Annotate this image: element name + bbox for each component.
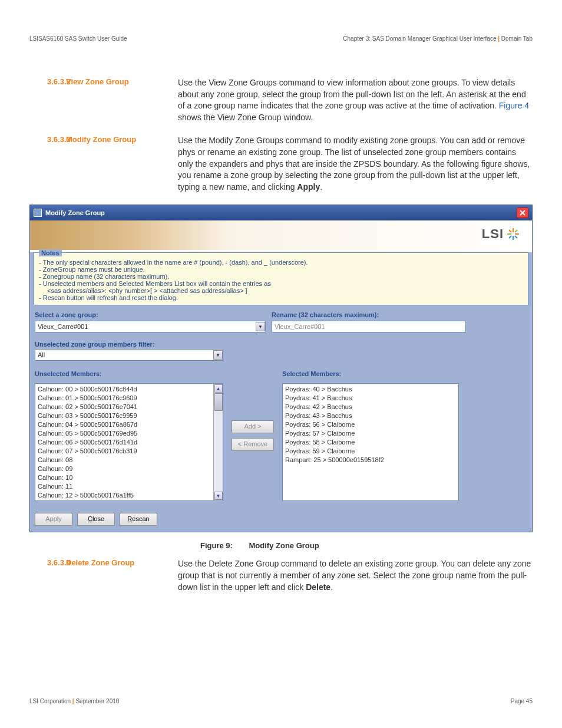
rename-label: Rename (32 characters maximum):	[272, 311, 527, 318]
list-item[interactable]: Calhoun: 12 > 5000c500176a1ff5	[38, 491, 211, 500]
section-number: 3.6.3.3	[29, 135, 66, 193]
note-item: Unselected members and Selected Members …	[39, 280, 523, 287]
list-item[interactable]: Calhoun: 05 > 5000c5001769ed95	[38, 429, 211, 438]
rescan-button[interactable]: Rescan	[120, 513, 157, 526]
section-number: 3.6.3.2	[29, 77, 66, 123]
section-delete-zone-group: 3.6.3.4 Delete Zone Group Use the Delete…	[29, 558, 533, 593]
list-item[interactable]: Calhoun: 00 > 5000c500176c844d	[38, 385, 211, 394]
dialog-title: Modify Zone Group	[45, 209, 105, 216]
svg-line-6	[515, 230, 517, 232]
note-item: The only special characters allowed in t…	[39, 259, 523, 266]
note-item: ZoneGroup names must be unique.	[39, 266, 523, 273]
svg-line-7	[509, 236, 511, 238]
selected-label: Selected Members:	[282, 370, 459, 377]
section-title: View Zone Group	[66, 77, 178, 123]
chevron-down-icon: ▼	[256, 322, 265, 331]
section-body: Use the Delete Zone Group command to del…	[178, 558, 533, 593]
scroll-thumb[interactable]	[214, 393, 223, 411]
header-left: LSISAS6160 SAS Switch User Guide	[29, 35, 127, 42]
dialog-banner: LSI	[30, 220, 532, 250]
list-item[interactable]: Calhoun: 02 > 5000c500176e7041	[38, 403, 211, 411]
list-item[interactable]: Calhoun: 06 > 5000c500176d141d	[38, 438, 211, 447]
list-item[interactable]: Poydras: 40 > Bacchus	[285, 385, 456, 394]
header-right: Chapter 3: SAS Domain Manager Graphical …	[343, 35, 533, 42]
page-footer: LSI Corporation | September 2010 Page 45	[29, 698, 533, 704]
list-item[interactable]: Poydras: 57 > Claiborne	[285, 429, 456, 438]
selected-members-list[interactable]: Poydras: 40 > BacchusPoydras: 41 > Bacch…	[282, 383, 459, 501]
scrollbar[interactable]: ▲ ▼	[213, 384, 223, 500]
app-icon	[34, 209, 42, 217]
svg-line-5	[515, 236, 517, 238]
close-button[interactable]	[517, 207, 528, 218]
section-title: Delete Zone Group	[66, 558, 178, 593]
list-item[interactable]: Calhoun: 11	[38, 482, 211, 491]
list-item[interactable]: Poydras: 42 > Bacchus	[285, 403, 456, 411]
figure-link[interactable]: Figure 4	[499, 101, 529, 110]
dialog-footer-buttons: Apply Close Rescan	[30, 507, 532, 532]
list-item[interactable]: Calhoun: 03 > 5000c500176c9959	[38, 411, 211, 420]
section-body: Use the View Zone Groups command to view…	[178, 77, 533, 123]
zone-group-dropdown[interactable]: Vieux_Carre#001 ▼	[35, 321, 266, 332]
list-item[interactable]: Poydras: 58 > Claiborne	[285, 438, 456, 447]
dialog-titlebar[interactable]: Modify Zone Group	[30, 205, 532, 220]
list-item[interactable]: Poydras: 41 > Bacchus	[285, 394, 456, 403]
add-button[interactable]: Add >	[232, 420, 274, 433]
list-item[interactable]: Rampart: 25 > 500000e0159518f2	[285, 456, 456, 465]
svg-line-4	[509, 230, 511, 232]
chevron-down-icon: ▼	[213, 350, 223, 360]
apply-button[interactable]: Apply	[35, 513, 72, 526]
list-item[interactable]: Poydras: 59 > Claiborne	[285, 447, 456, 456]
list-item[interactable]: Poydras: 43 > Bacchus	[285, 411, 456, 420]
scroll-up-icon[interactable]: ▲	[214, 384, 223, 393]
list-item[interactable]: Calhoun: 04 > 5000c500176a867d	[38, 420, 211, 429]
close-dialog-button[interactable]: Close	[77, 513, 115, 526]
filter-dropdown[interactable]: All ▼	[35, 349, 223, 361]
page-header: LSISAS6160 SAS Switch User Guide Chapter…	[29, 35, 533, 42]
list-item[interactable]: Calhoun: 10	[38, 473, 211, 482]
scroll-down-icon[interactable]: ▼	[214, 492, 223, 500]
note-item: Zonegroup name (32 characters maximum).	[39, 273, 523, 280]
list-item[interactable]: Poydras: 56 > Claiborne	[285, 420, 456, 429]
list-item[interactable]: Calhoun: 01 > 5000c500176c9609	[38, 394, 211, 403]
list-item[interactable]: Calhoun: 09	[38, 465, 211, 473]
section-view-zone-group: 3.6.3.2 View Zone Group Use the View Zon…	[29, 77, 533, 123]
lsi-logo: LSI	[482, 226, 520, 242]
note-item: Rescan button will refresh and reset the…	[39, 294, 523, 301]
section-number: 3.6.3.4	[29, 558, 66, 593]
unselected-label: Unselected Members:	[35, 370, 223, 377]
filter-label: Unselected zone group members filter:	[35, 341, 527, 348]
notes-box: Notes The only special characters allowe…	[34, 252, 528, 305]
section-title: Modify Zone Group	[66, 135, 178, 193]
unselected-members-list[interactable]: Calhoun: 00 > 5000c500176c844dCalhoun: 0…	[35, 383, 223, 501]
page-number: Page 45	[511, 698, 533, 704]
rename-input[interactable]: Vieux_Carre#001	[272, 321, 466, 332]
figure-caption: Figure 9: Modify Zone Group	[200, 541, 533, 550]
note-item-indent: <sas address/alias>: <phy number>[ > <at…	[39, 287, 523, 294]
remove-button[interactable]: < Remove	[232, 438, 274, 451]
select-zone-group-label: Select a zone group:	[35, 311, 266, 318]
list-item[interactable]: Calhoun: 07 > 5000c500176cb319	[38, 447, 211, 456]
notes-legend: Notes	[39, 249, 62, 256]
section-body: Use the Modify Zone Groups command to mo…	[178, 135, 533, 193]
section-modify-zone-group: 3.6.3.3 Modify Zone Group Use the Modify…	[29, 135, 533, 193]
list-item[interactable]: Calhoun: 08	[38, 456, 211, 465]
modify-zone-group-dialog: Modify Zone Group LSI	[29, 205, 533, 532]
